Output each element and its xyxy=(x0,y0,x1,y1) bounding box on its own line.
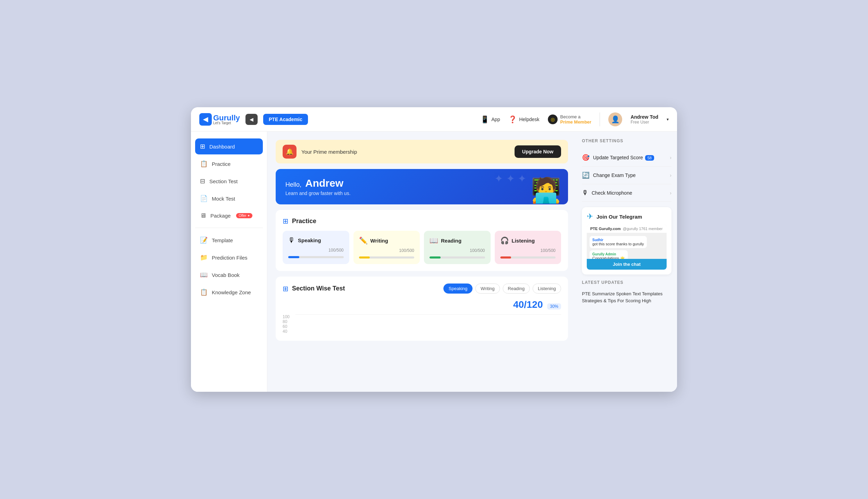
sidebar-item-template[interactable]: 📝 Template xyxy=(195,232,263,248)
tg-text-1: got this score thanks to gurully xyxy=(592,242,644,246)
telegram-preview-header: PTE Gurully.com @gurully 1761 member xyxy=(587,225,667,233)
settings-check-mic[interactable]: 🎙 Check Microphone › xyxy=(582,184,671,202)
header-actions: 📱 App ❓ Helpdesk ◎ Become a Prime Member… xyxy=(481,112,669,126)
section-wise-icon: ⊞ xyxy=(283,285,289,293)
avatar: 👤 xyxy=(608,112,622,126)
helpdesk-label: Helpdesk xyxy=(519,117,539,122)
prime-title: Become a xyxy=(560,114,592,119)
settings-update-score[interactable]: 🎯 Update Targeted Score58 › xyxy=(582,149,671,167)
check-mic-text: Check Microphone xyxy=(592,190,666,196)
tg-sender-2: Gurully Admin xyxy=(592,252,625,256)
sidebar-item-practice[interactable]: 📋 Practice xyxy=(195,156,263,172)
chart-y-100: 100 xyxy=(283,314,290,319)
speaking-card[interactable]: 🎙 Speaking 100/500 xyxy=(283,231,349,264)
prime-banner: 🔔 Your Prime membership Upgrade Now xyxy=(276,140,568,163)
writing-progress-fill xyxy=(359,256,370,259)
score-number: 40/120 xyxy=(513,299,543,310)
listening-card-header: 🎧 Listening xyxy=(500,236,556,245)
speaking-score: 100/500 xyxy=(288,248,344,253)
sidebar-item-section-test[interactable]: ⊟ Section Test xyxy=(195,173,263,189)
sidebar-label-vocab-book: Vocab Book xyxy=(212,272,240,278)
prime-subtitle: Prime Member xyxy=(560,119,592,125)
logo-arrow-icon: ◀ xyxy=(199,113,212,126)
helpdesk-icon: ❓ xyxy=(508,115,517,124)
listening-progress-fill xyxy=(500,256,511,259)
tg-members: @gurully 1761 member xyxy=(623,227,663,231)
writing-progress-bg xyxy=(359,256,415,259)
settings-change-exam[interactable]: 🔄 Change Exam Type › xyxy=(582,167,671,184)
sidebar-item-knowledge-zone[interactable]: 📋 Knowledge Zone xyxy=(195,284,263,300)
practice-section-title: Practice xyxy=(292,218,316,225)
writing-score: 100/500 xyxy=(359,248,415,253)
section-wise-header: ⊞ Section Wise Test Speaking Writing Rea… xyxy=(283,284,561,294)
score-badge: 30% xyxy=(547,303,561,310)
practice-section-icon: ⊞ xyxy=(283,217,289,225)
telegram-title: Join Our Telegram xyxy=(596,214,642,220)
helpdesk-link[interactable]: ❓ Helpdesk xyxy=(508,115,539,124)
check-mic-icon: 🎙 xyxy=(582,189,588,196)
prime-text: Become a Prime Member xyxy=(560,114,592,125)
header: ◀ Gurully Let's Target ◀ PTE Academic 📱 … xyxy=(191,107,677,132)
reading-name: Reading xyxy=(441,238,461,244)
reading-progress-bg xyxy=(429,256,485,259)
telegram-header: ✈ Join Our Telegram xyxy=(587,212,667,221)
user-name: Andrew Tod xyxy=(631,114,658,120)
sidebar-item-dashboard[interactable]: ⊞ Dashboard xyxy=(195,138,263,154)
reading-icon: 📖 xyxy=(429,236,438,245)
chart-line-40 xyxy=(295,314,561,315)
section-test-icon: ⊟ xyxy=(200,177,205,185)
vocab-book-icon: 📖 xyxy=(200,271,208,279)
tg-message-2: Gurully Admin Congratulations 🌟 xyxy=(590,250,628,259)
chart-y-40: 40 xyxy=(283,329,290,334)
latest-update-item[interactable]: PTE Summarize Spoken Text Templates Stra… xyxy=(582,290,671,304)
user-role: Free User xyxy=(631,120,658,125)
update-score-chevron: › xyxy=(670,155,671,160)
score-display: 40/120 30% xyxy=(283,299,561,310)
telegram-icon: ✈ xyxy=(587,212,593,221)
tg-site: PTE Gurully.com xyxy=(590,227,621,231)
speaking-progress-bg xyxy=(288,256,344,258)
telegram-join-button[interactable]: Join the chat xyxy=(587,259,667,270)
upgrade-now-button[interactable]: Upgrade Now xyxy=(515,145,561,158)
check-mic-chevron: › xyxy=(670,190,671,196)
app-container: ◀ Gurully Let's Target ◀ PTE Academic 📱 … xyxy=(191,107,677,392)
section-wise-title: Section Wise Test xyxy=(292,285,345,292)
logo[interactable]: ◀ Gurully Let's Target xyxy=(199,113,240,126)
sidebar-item-mock-test[interactable]: 📄 Mock Test xyxy=(195,191,263,206)
sidebar-item-vocab-book[interactable]: 📖 Vocab Book xyxy=(195,267,263,283)
user-dropdown-icon[interactable]: ▾ xyxy=(667,117,669,122)
sidebar-label-dashboard: Dashboard xyxy=(209,144,235,150)
sidebar-label-prediction-files: Prediction Files xyxy=(212,255,248,261)
app-icon: 📱 xyxy=(481,115,489,124)
other-settings-title: OTHER SETTINGS xyxy=(582,138,671,143)
latest-updates-title: LATEST UPDATES xyxy=(582,280,671,285)
prime-member-button[interactable]: ◎ Become a Prime Member xyxy=(548,114,592,125)
settings-items: 🎯 Update Targeted Score58 › 🔄 Change Exa… xyxy=(582,149,671,202)
hello-illustration: 🧑‍💻 xyxy=(531,176,561,204)
prime-bell-icon: 🔔 xyxy=(283,145,297,159)
speaking-name: Speaking xyxy=(298,237,321,243)
speaking-card-header: 🎙 Speaking xyxy=(288,236,344,244)
sidebar-item-package[interactable]: 🖥 Package Offer ✦ xyxy=(195,208,263,223)
listening-card[interactable]: 🎧 Listening 100/500 xyxy=(495,231,561,264)
tg-sender-1: Sudhir xyxy=(592,238,644,242)
listening-icon: 🎧 xyxy=(500,236,509,245)
back-button[interactable]: ◀ xyxy=(245,114,258,125)
telegram-preview: PTE Gurully.com @gurully 1761 member Sud… xyxy=(587,225,667,270)
tab-listening[interactable]: Listening xyxy=(533,284,561,294)
prediction-files-icon: 📁 xyxy=(200,254,208,261)
tab-speaking[interactable]: Speaking xyxy=(443,284,473,294)
exam-type-badge[interactable]: PTE Academic xyxy=(263,114,308,125)
tab-writing[interactable]: Writing xyxy=(475,284,500,294)
main-layout: ⊞ Dashboard 📋 Practice ⊟ Section Test 📄 … xyxy=(191,132,677,392)
section-wise-test-card: ⊞ Section Wise Test Speaking Writing Rea… xyxy=(276,277,568,341)
right-panel: OTHER SETTINGS 🎯 Update Targeted Score58… xyxy=(576,132,677,392)
test-tabs: Speaking Writing Reading Listening xyxy=(443,284,561,294)
sidebar-item-prediction-files[interactable]: 📁 Prediction Files xyxy=(195,250,263,265)
app-link[interactable]: 📱 App xyxy=(481,115,500,124)
reading-card[interactable]: 📖 Reading 100/500 xyxy=(424,231,491,264)
sidebar-label-practice: Practice xyxy=(212,161,231,167)
writing-card[interactable]: ✏️ Writing 100/500 xyxy=(353,231,420,264)
tab-reading[interactable]: Reading xyxy=(503,284,530,294)
sidebar-label-template: Template xyxy=(212,237,233,243)
